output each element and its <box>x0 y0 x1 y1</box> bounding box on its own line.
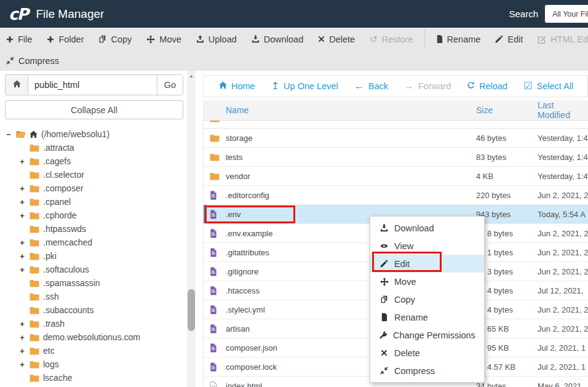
list-nav-toolbar: Home ↥ Up One Level ← Back → Forward Rel… <box>203 75 588 97</box>
toolbar-button[interactable]: Copy <box>98 34 132 44</box>
nav-button[interactable]: → Forward <box>404 81 451 91</box>
expand-toggle[interactable]: + <box>18 238 26 247</box>
scrollbar-thumb[interactable] <box>188 289 195 331</box>
file-modified: Jul 2, 2021, 1 <box>538 343 588 353</box>
toolbar-button[interactable]: Edit <box>495 34 523 44</box>
tree-item[interactable]: .cl.selector <box>5 168 185 182</box>
toolbar-button-label: Upload <box>209 34 237 44</box>
collapse-all-button[interactable]: Collapse All <box>5 100 183 119</box>
expand-toggle[interactable]: + <box>18 265 26 274</box>
expand-toggle[interactable]: + <box>18 157 26 166</box>
column-header-size[interactable]: Size <box>476 105 538 115</box>
sidebar-scrollbar[interactable]: ▲ <box>187 71 196 387</box>
column-header-name[interactable]: Name <box>226 105 476 115</box>
tree-item[interactable]: + .pki <box>5 249 185 263</box>
toolbar-separator <box>424 30 425 49</box>
toolbar-button[interactable]: Rename <box>436 34 481 44</box>
toolbar-button[interactable]: Folder <box>47 34 84 44</box>
expand-toggle[interactable]: + <box>18 197 26 207</box>
context-menu-item[interactable]: Delete <box>370 344 484 362</box>
house-icon <box>219 81 227 91</box>
nav-button[interactable]: Home <box>219 81 255 91</box>
file-modified: Jun 2, 2021, 2 <box>538 191 588 200</box>
home-button[interactable] <box>6 75 28 95</box>
scroll-up-arrow[interactable]: ▲ <box>187 73 196 79</box>
context-menu-item[interactable]: Change Permissions <box>370 326 484 344</box>
toolbar-button-label: Restore <box>382 34 413 44</box>
toolbar-button-label: Download <box>264 34 304 44</box>
nav-button[interactable]: ↥ Up One Level <box>271 81 338 91</box>
tree-item[interactable]: .attracta <box>5 141 185 154</box>
context-menu-item[interactable]: Move <box>370 273 484 290</box>
table-row[interactable]: tests 83 bytes Yesterday, 1:4 <box>204 148 588 167</box>
expand-toggle[interactable]: + <box>18 319 26 329</box>
page-title: File Manager <box>36 7 104 21</box>
file-size: 3 bytes <box>476 267 538 276</box>
context-menu-item[interactable]: Rename <box>370 308 484 326</box>
file-size: 220 bytes <box>476 191 538 200</box>
table-row[interactable]: storage 46 bytes Yesterday, 1:4 <box>204 129 588 148</box>
tree-item[interactable]: .spamassassin <box>5 276 185 290</box>
tree-item[interactable]: + logs <box>5 357 185 371</box>
path-input[interactable] <box>28 75 157 95</box>
tree-item[interactable]: + mail <box>5 385 185 387</box>
toolbar-button[interactable]: Delete <box>318 34 355 44</box>
nav-button[interactable]: Reload <box>467 81 507 91</box>
expand-toggle[interactable]: + <box>18 333 26 342</box>
table-row[interactable]: .editorconfig 220 bytes Jun 2, 2021, 2 <box>204 186 588 205</box>
nav-button[interactable]: ☑ Select All <box>523 81 573 91</box>
tree-item[interactable]: + demo.websolutionus.com <box>5 330 185 344</box>
tree-item[interactable]: + .trash <box>5 317 185 330</box>
context-menu-item[interactable]: Compress <box>370 362 484 380</box>
expand-toggle[interactable]: + <box>18 211 26 220</box>
tree-item[interactable]: + etc <box>5 344 185 357</box>
file-modified: May 6, 2021 <box>538 381 588 387</box>
column-header-modified[interactable]: Last Modified <box>538 100 588 120</box>
folder-icon <box>30 320 39 328</box>
cpanel-logo: cP <box>9 5 27 23</box>
expand-toggle[interactable]: + <box>18 252 26 261</box>
toolbar-button[interactable]: Upload <box>196 34 237 44</box>
move-icon <box>146 35 155 44</box>
go-button[interactable]: Go <box>157 75 183 95</box>
toolbar-button[interactable]: Compress <box>6 56 59 66</box>
house-icon <box>30 130 38 138</box>
expand-toggle[interactable]: + <box>18 360 26 369</box>
table-row[interactable]: vendor 4 KB Yesterday, 1:4 <box>204 167 588 186</box>
tree-item[interactable]: + .softaculous <box>5 263 185 276</box>
file-size: 4 KB <box>476 172 538 181</box>
tree-item[interactable]: .htpasswds <box>5 222 185 236</box>
xmark-icon <box>318 36 325 42</box>
toolbar-button[interactable]: Move <box>146 34 181 44</box>
toolbar-row-1: File Folder Copy Move Upload <box>0 28 588 50</box>
folder-icon <box>30 144 39 152</box>
toolbar-button[interactable]: Download <box>252 34 304 44</box>
toolbar-button[interactable]: File <box>6 34 32 44</box>
tree-root[interactable]: − (/home/websolu1) <box>5 127 185 141</box>
tree-item[interactable]: + .composer <box>5 182 185 195</box>
search-input[interactable] <box>545 5 588 23</box>
clipped-table-row[interactable] <box>204 121 588 129</box>
context-menu-item-label: Change Permissions <box>393 330 475 340</box>
toolbar-row-2: Compress <box>0 50 588 71</box>
nav-button-label: Home <box>231 81 255 91</box>
file-modified: Yesterday, 1:4 <box>538 134 588 143</box>
tree-item-label: etc <box>43 346 55 356</box>
expand-toggle[interactable]: + <box>18 184 26 193</box>
tree-item[interactable]: + .cagefs <box>5 154 185 168</box>
toolbar-button[interactable]: HTML Editor <box>538 34 588 44</box>
toolbar-button[interactable]: ↺ Restore <box>370 34 413 44</box>
tree-item[interactable]: .ssh <box>5 290 185 303</box>
collapse-toggle[interactable]: − <box>5 130 12 139</box>
context-menu-item[interactable]: Copy <box>370 290 484 308</box>
context-menu-item[interactable]: Download <box>370 219 484 237</box>
tree-item[interactable]: + .cphorde <box>5 209 185 222</box>
expand-toggle[interactable]: + <box>18 346 26 356</box>
folder-icon <box>30 239 39 247</box>
tree-item[interactable]: + .cpanel <box>5 195 185 209</box>
tree-item[interactable]: + .memcached <box>5 236 185 249</box>
tree-item[interactable]: lscache <box>5 371 185 385</box>
nav-button[interactable]: ← Back <box>354 81 388 91</box>
nav-button-label: Back <box>368 81 388 91</box>
tree-item[interactable]: .subaccounts <box>5 303 185 317</box>
